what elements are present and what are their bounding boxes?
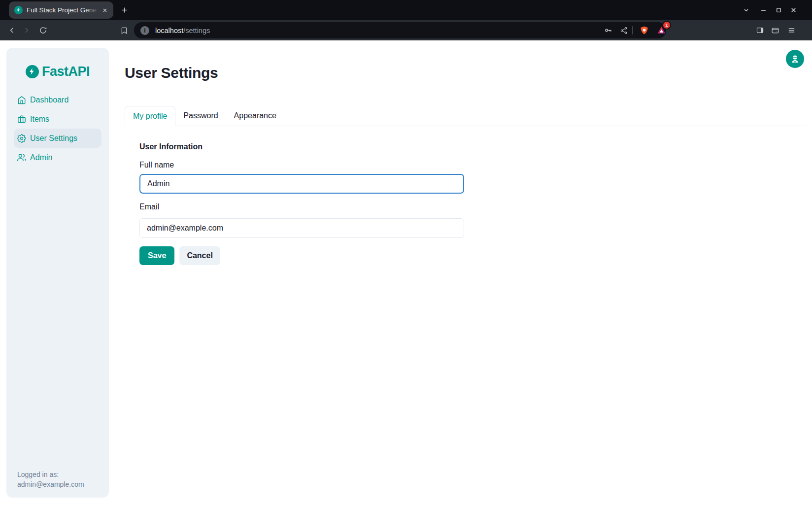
menu-hamburger-icon[interactable] bbox=[785, 24, 798, 36]
url-bar[interactable]: i localhost/settings bbox=[134, 22, 666, 38]
logged-in-label: Logged in as: bbox=[17, 470, 84, 479]
email-label: Email bbox=[139, 202, 159, 212]
sidebar-item-label: Dashboard bbox=[30, 96, 68, 104]
gear-icon bbox=[17, 134, 26, 143]
wallet-icon[interactable] bbox=[769, 24, 781, 36]
fastapi-logo[interactable]: FastAPI bbox=[6, 63, 109, 80]
share-icon[interactable] bbox=[617, 24, 630, 36]
window-close-button[interactable] bbox=[787, 4, 800, 16]
tab-my-profile[interactable]: My profile bbox=[125, 106, 175, 126]
url-text: localhost/settings bbox=[155, 27, 210, 34]
logged-in-email: admin@example.com bbox=[17, 479, 84, 489]
url-path: /settings bbox=[183, 27, 210, 34]
sidebar-item-label: Admin bbox=[30, 153, 52, 162]
browser-window: Full Stack Project Genera bbox=[0, 0, 812, 505]
password-key-icon[interactable] bbox=[602, 24, 614, 36]
brave-rewards-icon[interactable]: 1 bbox=[655, 24, 668, 36]
tab-search-chevron-icon[interactable] bbox=[740, 4, 752, 16]
save-button[interactable]: Save bbox=[139, 246, 174, 265]
sidebar-toggle-icon[interactable] bbox=[754, 24, 766, 36]
sidebar-item-label: Items bbox=[30, 115, 49, 124]
bookmark-icon[interactable] bbox=[118, 24, 130, 36]
window-maximize-button[interactable] bbox=[773, 4, 785, 16]
user-astronaut-icon bbox=[790, 54, 800, 64]
site-info-icon[interactable]: i bbox=[140, 26, 149, 35]
briefcase-icon bbox=[17, 115, 26, 124]
new-tab-button[interactable] bbox=[118, 4, 131, 16]
section-title: User Information bbox=[139, 142, 203, 152]
tab-close-icon[interactable] bbox=[100, 5, 109, 15]
full-name-input[interactable] bbox=[139, 174, 464, 194]
form-actions: Save Cancel bbox=[139, 246, 220, 265]
tab-appearance[interactable]: Appearance bbox=[226, 106, 284, 126]
window-minimize-button[interactable] bbox=[757, 4, 770, 16]
app-page: FastAPI Dashboard Items User Settings bbox=[0, 40, 812, 505]
forward-button[interactable] bbox=[20, 24, 33, 36]
user-menu-avatar-button[interactable] bbox=[786, 50, 804, 68]
browser-tab-strip: Full Stack Project Genera bbox=[0, 0, 812, 20]
sidebar-item-label: User Settings bbox=[30, 134, 77, 143]
users-icon bbox=[17, 153, 26, 162]
fastapi-bolt-icon bbox=[26, 65, 39, 78]
cancel-button[interactable]: Cancel bbox=[179, 246, 220, 265]
email-input[interactable] bbox=[139, 218, 464, 238]
toolbar-divider bbox=[632, 26, 633, 34]
back-button[interactable] bbox=[6, 24, 18, 36]
sidebar-nav: Dashboard Items User Settings Admin bbox=[6, 90, 109, 167]
sidebar-item-user-settings[interactable]: User Settings bbox=[14, 129, 102, 148]
tab-title: Full Stack Project Genera bbox=[27, 6, 100, 14]
home-icon bbox=[17, 96, 26, 104]
browser-toolbar: i localhost/settings bbox=[0, 20, 812, 40]
page-title: User Settings bbox=[125, 65, 218, 81]
full-name-label: Full name bbox=[139, 160, 174, 170]
url-host: localhost bbox=[155, 27, 183, 34]
logged-in-footer: Logged in as: admin@example.com bbox=[17, 470, 84, 489]
reload-button[interactable] bbox=[37, 24, 49, 36]
sidebar-item-dashboard[interactable]: Dashboard bbox=[14, 90, 102, 109]
tab-password[interactable]: Password bbox=[175, 106, 226, 126]
settings-tabs: My profile Password Appearance bbox=[125, 106, 807, 126]
logo-wordmark: FastAPI bbox=[42, 64, 90, 79]
sidebar-item-admin[interactable]: Admin bbox=[14, 148, 102, 167]
app-sidebar: FastAPI Dashboard Items User Settings bbox=[6, 48, 109, 498]
rewards-notification-badge: 1 bbox=[663, 22, 670, 29]
brave-shield-icon[interactable] bbox=[638, 24, 650, 36]
fastapi-favicon-icon bbox=[14, 6, 23, 14]
sidebar-item-items[interactable]: Items bbox=[14, 109, 102, 129]
browser-tab[interactable]: Full Stack Project Genera bbox=[9, 1, 113, 19]
